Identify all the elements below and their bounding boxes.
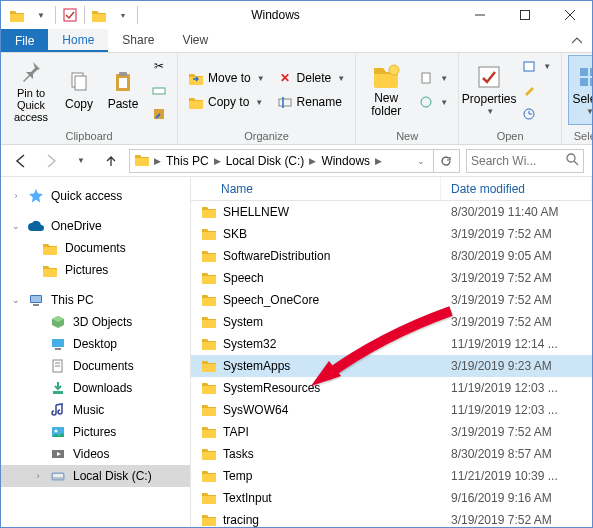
file-row[interactable]: Speech_OneCore3/19/2019 7:52 AM [191,289,592,311]
forward-button[interactable] [39,149,63,173]
file-name: System [223,315,263,329]
properties-button[interactable]: Properties ▼ [465,55,513,125]
file-tab[interactable]: File [1,29,48,52]
nav-this-pc[interactable]: ⌄ This PC [1,289,190,311]
minimize-button[interactable] [457,1,502,29]
maximize-button[interactable] [502,1,547,29]
file-row[interactable]: Speech3/19/2019 7:52 AM [191,267,592,289]
back-button[interactable] [9,149,33,173]
history-button[interactable] [517,103,555,125]
chevron-right-icon[interactable]: › [33,471,43,481]
file-date: 3/19/2019 7:52 AM [441,271,592,285]
svg-rect-2 [520,11,529,20]
nav-item[interactable]: Videos [1,443,190,465]
file-name: System32 [223,337,276,351]
folder-qat-icon-2[interactable] [87,3,111,27]
cut-button[interactable]: ✂ [147,55,171,77]
history-dropdown[interactable]: ⌄ [409,150,433,172]
open-button[interactable]: ▼ [517,55,555,77]
search-icon [566,153,579,169]
delete-button[interactable]: ✕Delete▼ [273,67,350,89]
up-button[interactable] [99,149,123,173]
search-box[interactable] [466,149,584,173]
tab-share[interactable]: Share [108,29,168,52]
column-header-name[interactable]: Name [191,177,441,200]
file-row[interactable]: SHELLNEW8/30/2019 11:40 AM [191,201,592,223]
file-row[interactable]: Temp11/21/2019 10:39 ... [191,465,592,487]
nav-onedrive-documents[interactable]: Documents [1,237,190,259]
recent-locations-button[interactable]: ▼ [69,149,93,173]
close-button[interactable] [547,1,592,29]
navigation-pane[interactable]: › Quick access ⌄ OneDrive Documents Pict… [1,177,191,527]
copy-to-button[interactable]: Copy to▼ [184,91,269,113]
nav-item[interactable]: Documents [1,355,190,377]
nav-item[interactable]: Music [1,399,190,421]
nav-item[interactable]: 3D Objects [1,311,190,333]
chevron-right-icon[interactable]: ▶ [373,156,384,166]
nav-onedrive[interactable]: ⌄ OneDrive [1,215,190,237]
chevron-right-icon[interactable]: ▶ [152,156,163,166]
chevron-right-icon[interactable]: › [11,191,21,201]
new-folder-button[interactable]: New folder [362,55,410,125]
refresh-button[interactable] [433,150,457,172]
svg-point-16 [421,97,431,107]
collapse-ribbon-button[interactable] [562,29,592,52]
file-row[interactable]: TAPI3/19/2019 7:52 AM [191,421,592,443]
file-row[interactable]: Tasks8/30/2019 8:57 AM [191,443,592,465]
move-to-button[interactable]: Move to▼ [184,67,269,89]
pin-to-quick-access-button[interactable]: Pin to Quick access [7,55,55,125]
new-item-button[interactable]: ▼ [414,67,452,89]
paste-shortcut-button[interactable] [147,103,171,125]
rename-button[interactable]: Rename [273,91,350,113]
file-row[interactable]: SystemApps3/19/2019 9:23 AM [191,355,592,377]
file-list[interactable]: Name Date modified SHELLNEW8/30/2019 11:… [191,177,592,527]
easy-access-button[interactable]: ▼ [414,91,452,113]
folder-icon [201,512,217,528]
edit-button[interactable] [517,79,555,101]
folder-qat-icon[interactable] [5,3,29,27]
edit-icon [521,82,537,98]
nav-onedrive-pictures[interactable]: Pictures [1,259,190,281]
file-row[interactable]: SoftwareDistribution8/30/2019 9:05 AM [191,245,592,267]
chevron-right-icon[interactable]: ▶ [212,156,223,166]
nav-item[interactable]: Desktop [1,333,190,355]
file-date: 3/19/2019 7:52 AM [441,513,592,527]
svg-rect-17 [479,67,499,87]
qat-dropdown[interactable]: ▼ [29,3,53,27]
file-row[interactable]: TextInput9/16/2019 9:16 AM [191,487,592,509]
address-bar[interactable]: ▶ This PC ▶ Local Disk (C:) ▶ Windows ▶ … [129,149,460,173]
file-row[interactable]: tracing3/19/2019 7:52 AM [191,509,592,527]
file-row[interactable]: System3/19/2019 7:52 AM [191,311,592,333]
chevron-down-icon[interactable]: ⌄ [11,221,21,231]
file-row[interactable]: SystemResources11/19/2019 12:03 ... [191,377,592,399]
svg-rect-22 [580,78,588,86]
svg-rect-8 [119,72,127,76]
file-date: 11/19/2019 12:03 ... [441,403,592,417]
select-button[interactable]: Select ▼ [568,55,593,125]
chevron-down-icon[interactable]: ⌄ [11,295,21,305]
copy-button[interactable]: Copy [59,55,99,125]
properties-qat-icon[interactable] [58,3,82,27]
scissors-icon: ✂ [151,58,167,74]
folder-icon [41,239,59,257]
nav-item[interactable]: Downloads [1,377,190,399]
qat-customize[interactable]: ▾ [111,3,135,27]
column-header-date[interactable]: Date modified [441,177,592,200]
file-name: Speech [223,271,264,285]
tab-view[interactable]: View [168,29,222,52]
file-row[interactable]: SKB3/19/2019 7:52 AM [191,223,592,245]
file-row[interactable]: System3211/19/2019 12:14 ... [191,333,592,355]
nav-quick-access[interactable]: › Quick access [1,185,190,207]
nav-item[interactable]: Pictures [1,421,190,443]
crumb-this-pc[interactable]: This PC [163,150,212,172]
chevron-right-icon[interactable]: ▶ [307,156,318,166]
search-input[interactable] [471,154,562,168]
crumb-local-disk[interactable]: Local Disk (C:) [223,150,308,172]
file-row[interactable]: SysWOW6411/19/2019 12:03 ... [191,399,592,421]
paste-button[interactable]: Paste [103,55,143,125]
copy-path-button[interactable] [147,79,171,101]
svg-rect-12 [279,99,291,106]
crumb-windows[interactable]: Windows [318,150,373,172]
tab-home[interactable]: Home [48,29,108,52]
nav-item[interactable]: ›Local Disk (C:) [1,465,190,487]
